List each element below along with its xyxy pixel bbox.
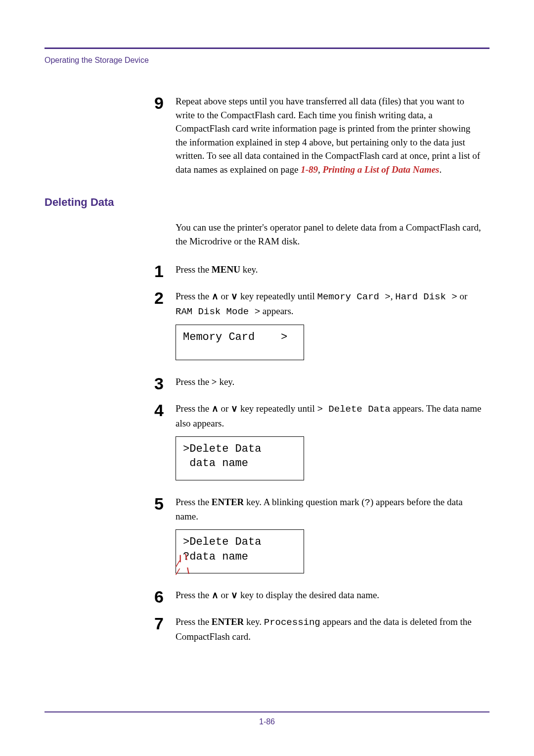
step-9: 9 Repeat above steps until you have tran…	[44, 94, 490, 176]
step-5-text: Press the ENTER key. A blinking question…	[176, 495, 482, 578]
step-number-6: 6	[154, 587, 164, 606]
page: Operating the Storage Device 9 Repeat ab…	[0, 0, 534, 756]
step-4: 4 Press the ∧ or ∨ key repeatedly until …	[44, 402, 490, 485]
down-arrow-icon: ∨	[231, 291, 238, 301]
up-arrow-icon: ∧	[212, 291, 219, 301]
step-3: 3 Press the > key.	[44, 375, 490, 392]
top-rule	[44, 47, 490, 49]
up-arrow-icon: ∧	[212, 590, 219, 600]
step-number-7: 7	[154, 614, 164, 633]
page-number: 1-86	[44, 717, 490, 726]
section-intro: You can use the printer's operator panel…	[176, 221, 482, 248]
step-7-text: Press the ENTER key. Processing appears …	[176, 615, 482, 643]
step-number-1: 1	[154, 262, 164, 281]
crossref-link[interactable]: Printing a List of Data Names	[323, 164, 440, 175]
lcd-display-1: Memory Card >	[176, 325, 304, 360]
step-number-5: 5	[154, 494, 164, 513]
lcd-display-2: >Delete Data data name	[176, 436, 304, 480]
lcd-display-3: >Delete Data ?data name׀⁄\⁄\	[176, 529, 304, 573]
step-2: 2 Press the ∧ or ∨ key repeatedly until …	[44, 289, 490, 365]
step-1: 1 Press the MENU key.	[44, 263, 490, 280]
down-arrow-icon: ∨	[231, 590, 238, 600]
page-footer: 1-86	[44, 711, 490, 726]
step-4-text: Press the ∧ or ∨ key repeatedly until > …	[176, 402, 482, 485]
step-1-text: Press the MENU key.	[176, 263, 482, 280]
down-arrow-icon: ∨	[231, 403, 238, 414]
step-7: 7 Press the ENTER key. Processing appear…	[44, 615, 490, 643]
step-number-2: 2	[154, 288, 164, 307]
step-3-text: Press the > key.	[176, 375, 482, 392]
running-head: Operating the Storage Device	[44, 56, 490, 65]
footer-rule	[44, 711, 490, 712]
step-6: 6 Press the ∧ or ∨ key to display the de…	[44, 588, 490, 605]
step-2-text: Press the ∧ or ∨ key repeatedly until Me…	[176, 289, 482, 365]
step-number-3: 3	[154, 374, 164, 393]
page-ref-link[interactable]: 1-89	[301, 164, 318, 175]
step-number-9: 9	[154, 94, 164, 112]
step-5: 5 Press the ENTER key. A blinking questi…	[44, 495, 490, 578]
step-number-4: 4	[154, 401, 164, 420]
step-6-text: Press the ∧ or ∨ key to display the desi…	[176, 588, 482, 605]
section-title: Deleting Data	[44, 196, 490, 209]
up-arrow-icon: ∧	[212, 403, 219, 414]
step-9-text: Repeat above steps until you have transf…	[176, 94, 482, 176]
